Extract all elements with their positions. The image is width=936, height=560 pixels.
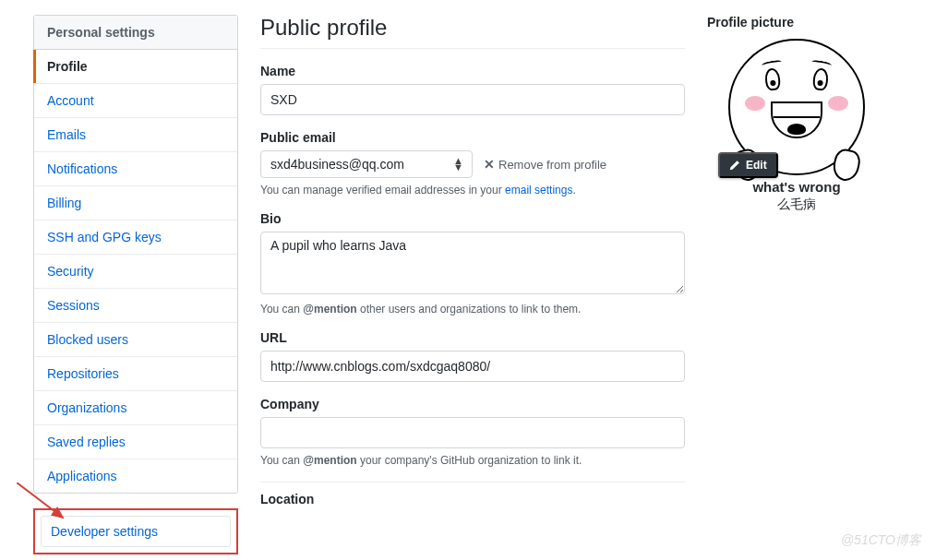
sidebar-item-blocked-users[interactable]: Blocked users bbox=[34, 323, 237, 357]
company-group: Company You can @mention your company's … bbox=[260, 397, 685, 467]
sidebar-item-developer-settings[interactable]: Developer settings bbox=[41, 516, 231, 547]
bio-label: Bio bbox=[260, 211, 685, 226]
sidebar-item-billing[interactable]: Billing bbox=[34, 186, 237, 220]
settings-sidebar: Personal settings Profile Account Emails… bbox=[33, 15, 238, 554]
public-email-group: Public email sxd4business@qq.com ▲▼ ✕ Re… bbox=[260, 130, 685, 197]
main-content: Public profile Name Public email sxd4bus… bbox=[260, 15, 685, 554]
public-email-select-wrap: sxd4business@qq.com ▲▼ bbox=[260, 150, 473, 178]
public-email-label: Public email bbox=[260, 130, 685, 145]
email-note: You can manage verified email addresses … bbox=[260, 184, 685, 197]
sidebar-item-repositories[interactable]: Repositories bbox=[34, 357, 237, 391]
sidebar-item-account[interactable]: Account bbox=[34, 84, 237, 118]
profile-picture-heading: Profile picture bbox=[707, 15, 892, 30]
avatar-wrapper: what's wrong 么毛病 Edit bbox=[718, 39, 875, 213]
bio-textarea[interactable]: A pupil who learns Java bbox=[260, 232, 685, 294]
url-label: URL bbox=[260, 330, 685, 345]
bio-note: You can @mention other users and organiz… bbox=[260, 303, 685, 316]
url-group: URL bbox=[260, 330, 685, 382]
menu-header: Personal settings bbox=[34, 16, 237, 50]
sidebar-item-security[interactable]: Security bbox=[34, 255, 237, 289]
company-note: You can @mention your company's GitHub o… bbox=[260, 454, 685, 467]
sidebar-item-saved-replies[interactable]: Saved replies bbox=[34, 425, 237, 459]
sidebar-item-notifications[interactable]: Notifications bbox=[34, 152, 237, 186]
url-input[interactable] bbox=[260, 351, 685, 382]
sidebar-item-profile[interactable]: Profile bbox=[34, 50, 237, 84]
sidebar-item-emails[interactable]: Emails bbox=[34, 118, 237, 152]
edit-avatar-label: Edit bbox=[746, 159, 767, 172]
page-title: Public profile bbox=[260, 15, 685, 49]
sidebar-item-organizations[interactable]: Organizations bbox=[34, 391, 237, 425]
remove-email-label: Remove from profile bbox=[498, 158, 606, 172]
email-settings-link[interactable]: email settings bbox=[505, 184, 572, 197]
x-icon: ✕ bbox=[484, 157, 495, 172]
location-label: Location bbox=[260, 492, 685, 506]
bio-group: Bio A pupil who learns Java You can @men… bbox=[260, 211, 685, 316]
public-email-select[interactable]: sxd4business@qq.com bbox=[260, 150, 473, 178]
company-label: Company bbox=[260, 397, 685, 411]
personal-settings-menu: Personal settings Profile Account Emails… bbox=[33, 15, 238, 494]
remove-email-button[interactable]: ✕ Remove from profile bbox=[484, 153, 606, 175]
profile-picture-panel: Profile picture what's wrong 么毛病 Edit bbox=[707, 15, 892, 554]
pencil-icon bbox=[729, 160, 740, 171]
avatar-caption: what's wrong bbox=[718, 179, 875, 195]
name-group: Name bbox=[260, 64, 685, 115]
arrow-annotation-icon bbox=[17, 483, 68, 523]
company-input[interactable] bbox=[260, 417, 685, 448]
avatar-subcaption: 么毛病 bbox=[718, 197, 875, 213]
name-input[interactable] bbox=[260, 84, 685, 115]
edit-avatar-button[interactable]: Edit bbox=[718, 152, 778, 178]
sidebar-item-sessions[interactable]: Sessions bbox=[34, 289, 237, 323]
sidebar-item-ssh-gpg-keys[interactable]: SSH and GPG keys bbox=[34, 220, 237, 255]
location-group: Location bbox=[260, 492, 685, 506]
svg-line-0 bbox=[17, 483, 63, 518]
name-label: Name bbox=[260, 64, 685, 78]
section-divider bbox=[260, 482, 685, 483]
